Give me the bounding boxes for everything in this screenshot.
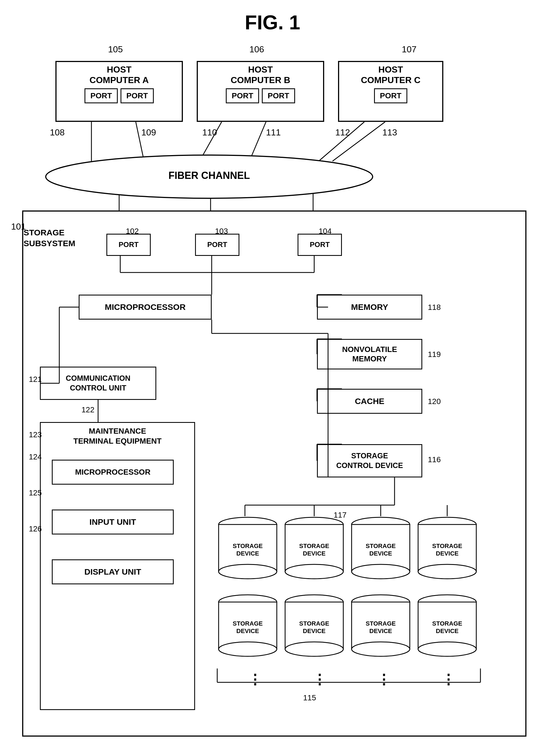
ref-106: 106 bbox=[249, 44, 264, 55]
ref-112: 112 bbox=[335, 127, 350, 138]
ref-111: 111 bbox=[266, 127, 281, 138]
host-b-port1: PORT bbox=[226, 88, 259, 103]
figure-title: FIG. 1 bbox=[245, 11, 300, 34]
host-b-port2: PORT bbox=[262, 88, 295, 103]
host-c-port1: PORT bbox=[374, 88, 407, 103]
host-c-label: HOSTCOMPUTER C bbox=[339, 62, 442, 87]
host-a-ports: PORT PORT bbox=[56, 87, 182, 105]
ref-113: 113 bbox=[382, 127, 397, 138]
internal-lines bbox=[23, 212, 525, 736]
ref-108: 108 bbox=[50, 127, 65, 138]
host-a-port2: PORT bbox=[120, 88, 154, 103]
host-c-ports: PORT bbox=[339, 87, 442, 105]
ref-110: 110 bbox=[202, 127, 217, 138]
storage-subsystem-label: STORAGESUBSYSTEM bbox=[24, 227, 75, 249]
svg-text:FIBER CHANNEL: FIBER CHANNEL bbox=[168, 170, 250, 181]
host-computer-c: HOSTCOMPUTER C PORT bbox=[338, 61, 443, 122]
storage-subsystem-box: PORT 102 PORT 103 PORT 104 MICROPROCESSO… bbox=[22, 210, 526, 737]
host-a-port1: PORT bbox=[84, 88, 118, 103]
host-b-label: HOSTCOMPUTER B bbox=[198, 62, 323, 87]
ref-109: 109 bbox=[141, 127, 156, 138]
host-computer-b: HOSTCOMPUTER B PORT PORT bbox=[197, 61, 324, 122]
diagram-container: FIG. 1 bbox=[0, 0, 545, 756]
host-computer-a: HOSTCOMPUTER A PORT PORT bbox=[55, 61, 183, 122]
fiber-channel: FIBER CHANNEL bbox=[44, 155, 374, 199]
host-b-ports: PORT PORT bbox=[198, 87, 323, 105]
ref-105: 105 bbox=[108, 44, 123, 55]
ref-107: 107 bbox=[402, 44, 417, 55]
host-a-label: HOSTCOMPUTER A bbox=[56, 62, 182, 87]
fiber-channel-svg: FIBER CHANNEL bbox=[44, 155, 374, 199]
